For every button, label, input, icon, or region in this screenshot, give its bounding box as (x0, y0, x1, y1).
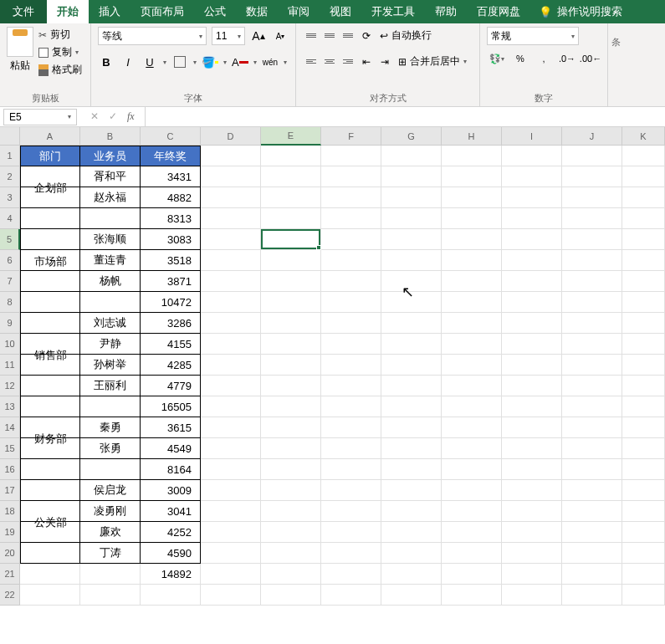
salesperson-cell[interactable] (80, 459, 141, 480)
cell[interactable] (321, 543, 381, 564)
cell[interactable] (261, 208, 321, 229)
cell[interactable] (381, 564, 442, 585)
dept-cell[interactable] (20, 417, 80, 438)
cell[interactable] (562, 417, 622, 438)
cell[interactable] (261, 229, 321, 250)
increase-decimal-button[interactable]: .0→ (557, 50, 577, 67)
cell[interactable] (321, 522, 381, 543)
menu-dev[interactable]: 开发工具 (361, 0, 425, 23)
row-header-3[interactable]: 3 (0, 187, 20, 208)
header-bonus[interactable]: 年终奖 (141, 146, 201, 166)
cell[interactable] (261, 480, 321, 501)
menu-file[interactable]: 文件 (0, 0, 47, 23)
cell[interactable] (442, 501, 502, 522)
cell[interactable] (261, 166, 321, 187)
row-header-4[interactable]: 4 (0, 208, 20, 229)
cell[interactable] (442, 292, 502, 313)
cell[interactable] (502, 187, 562, 208)
cell[interactable] (261, 187, 321, 208)
dept-cell[interactable] (20, 501, 80, 522)
bold-button[interactable]: B (98, 54, 115, 70)
bonus-cell[interactable]: 4252 (141, 522, 201, 543)
cut-button[interactable]: ✂剪切 (37, 27, 84, 43)
dept-cell[interactable] (20, 313, 80, 334)
cell[interactable] (201, 146, 261, 166)
cell[interactable] (442, 187, 502, 208)
cell[interactable] (261, 376, 321, 396)
font-name-select[interactable]: 等线▾ (98, 27, 207, 45)
cell[interactable] (442, 271, 502, 292)
cell[interactable] (562, 480, 622, 501)
cell[interactable] (201, 313, 261, 334)
row-header-8[interactable]: 8 (0, 292, 20, 313)
cell[interactable] (261, 564, 321, 585)
dept-cell[interactable] (20, 187, 80, 208)
decrease-indent-button[interactable]: ⇤ (358, 54, 375, 69)
cell[interactable] (622, 187, 665, 208)
cell[interactable] (261, 396, 321, 417)
font-color-button[interactable]: A (232, 54, 248, 70)
cell[interactable] (201, 355, 261, 376)
cell[interactable] (622, 146, 665, 166)
cell[interactable] (502, 166, 562, 187)
cell[interactable] (562, 501, 622, 522)
salesperson-cell[interactable]: 尹静 (80, 334, 141, 355)
align-left-button[interactable] (303, 54, 320, 69)
bonus-cell[interactable]: 3009 (141, 480, 201, 501)
cell[interactable] (381, 522, 442, 543)
cell[interactable] (502, 438, 562, 459)
increase-font-button[interactable]: A▴ (250, 28, 267, 44)
cell[interactable] (261, 146, 321, 166)
cell[interactable] (321, 564, 381, 585)
row-header-18[interactable]: 18 (0, 501, 20, 522)
bonus-cell[interactable]: 3615 (141, 417, 201, 438)
menu-formulas[interactable]: 公式 (194, 0, 236, 23)
row-header-13[interactable]: 13 (0, 396, 20, 417)
cell[interactable] (622, 501, 665, 522)
cell[interactable] (201, 208, 261, 229)
cell[interactable] (442, 146, 502, 166)
cell[interactable] (201, 229, 261, 250)
cell[interactable] (562, 208, 622, 229)
bonus-cell[interactable]: 4882 (141, 187, 201, 208)
cell[interactable] (442, 522, 502, 543)
cell[interactable] (562, 250, 622, 271)
bonus-cell[interactable]: 3286 (141, 313, 201, 334)
salesperson-cell[interactable] (80, 564, 141, 585)
cell[interactable] (321, 501, 381, 522)
salesperson-cell[interactable] (80, 292, 141, 313)
dept-cell[interactable] (20, 522, 80, 543)
row-header-5[interactable]: 5 (0, 229, 20, 250)
cell[interactable] (201, 522, 261, 543)
bonus-cell[interactable]: 4779 (141, 376, 201, 396)
salesperson-cell[interactable]: 张勇 (80, 438, 141, 459)
bonus-cell[interactable]: 8313 (141, 208, 201, 229)
dept-cell[interactable] (20, 250, 80, 271)
cell[interactable] (261, 585, 321, 606)
cell[interactable] (201, 543, 261, 564)
cell[interactable] (321, 208, 381, 229)
cell[interactable] (381, 438, 442, 459)
row-header-17[interactable]: 17 (0, 480, 20, 501)
cell[interactable] (622, 480, 665, 501)
salesperson-cell[interactable]: 杨帆 (80, 271, 141, 292)
cell[interactable] (562, 438, 622, 459)
cell[interactable] (502, 564, 562, 585)
cell[interactable] (201, 585, 261, 606)
cell[interactable] (442, 459, 502, 480)
cell[interactable] (502, 313, 562, 334)
align-right-button[interactable] (340, 54, 356, 69)
cell[interactable] (201, 334, 261, 355)
cell[interactable] (502, 376, 562, 396)
align-top-button[interactable] (303, 28, 320, 43)
cell[interactable] (622, 271, 665, 292)
cell[interactable] (622, 522, 665, 543)
col-header-I[interactable]: I (502, 127, 562, 146)
cell[interactable] (201, 396, 261, 417)
cell[interactable] (562, 355, 622, 376)
row-header-11[interactable]: 11 (0, 355, 20, 376)
col-header-C[interactable]: C (141, 127, 201, 146)
cell[interactable] (381, 166, 442, 187)
cell[interactable] (261, 417, 321, 438)
dept-cell[interactable] (20, 292, 80, 313)
